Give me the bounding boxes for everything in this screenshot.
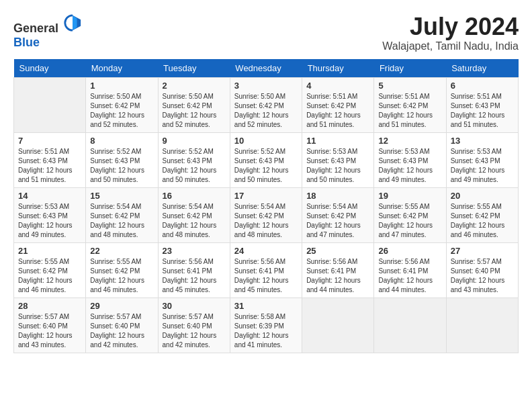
day-number: 18 (306, 191, 369, 201)
calendar-cell: 15Sunrise: 5:54 AM Sunset: 6:42 PM Dayli… (86, 187, 158, 242)
calendar-cell: 25Sunrise: 5:56 AM Sunset: 6:41 PM Dayli… (302, 242, 374, 298)
calendar-cell: 13Sunrise: 5:53 AM Sunset: 6:43 PM Dayli… (446, 132, 518, 187)
day-number: 17 (234, 191, 298, 201)
calendar-cell: 10Sunrise: 5:52 AM Sunset: 6:43 PM Dayli… (230, 132, 302, 187)
calendar-cell: 17Sunrise: 5:54 AM Sunset: 6:42 PM Dayli… (230, 187, 302, 242)
day-number: 12 (378, 136, 441, 146)
calendar-cell: 24Sunrise: 5:56 AM Sunset: 6:41 PM Dayli… (230, 242, 302, 298)
day-info: Sunrise: 5:57 AM Sunset: 6:40 PM Dayligh… (163, 312, 226, 350)
calendar-cell: 7Sunrise: 5:51 AM Sunset: 6:43 PM Daylig… (14, 132, 86, 187)
day-info: Sunrise: 5:52 AM Sunset: 6:43 PM Dayligh… (234, 147, 298, 185)
title-section: July 2024 Walajapet, Tamil Nadu, India (382, 13, 519, 52)
day-number: 13 (451, 136, 514, 146)
day-info: Sunrise: 5:54 AM Sunset: 6:42 PM Dayligh… (234, 202, 298, 240)
day-info: Sunrise: 5:54 AM Sunset: 6:42 PM Dayligh… (306, 202, 369, 240)
day-number: 26 (378, 246, 441, 256)
day-header-wednesday: Wednesday (230, 59, 302, 78)
day-number: 24 (234, 246, 298, 256)
day-number: 21 (18, 246, 81, 256)
day-info: Sunrise: 5:50 AM Sunset: 6:42 PM Dayligh… (90, 92, 153, 130)
calendar-cell: 21Sunrise: 5:55 AM Sunset: 6:42 PM Dayli… (14, 242, 86, 298)
day-number: 14 (18, 191, 81, 201)
day-number: 6 (451, 81, 514, 91)
day-info: Sunrise: 5:52 AM Sunset: 6:43 PM Dayligh… (163, 147, 226, 185)
day-number: 9 (163, 136, 226, 146)
days-header-row: SundayMondayTuesdayWednesdayThursdayFrid… (14, 59, 519, 78)
day-header-friday: Friday (374, 59, 446, 78)
day-number: 23 (163, 246, 226, 256)
day-info: Sunrise: 5:54 AM Sunset: 6:42 PM Dayligh… (90, 202, 153, 240)
day-info: Sunrise: 5:53 AM Sunset: 6:43 PM Dayligh… (18, 202, 81, 240)
calendar-cell: 1Sunrise: 5:50 AM Sunset: 6:42 PM Daylig… (86, 77, 158, 132)
calendar-cell (302, 298, 374, 353)
calendar-cell: 14Sunrise: 5:53 AM Sunset: 6:43 PM Dayli… (14, 187, 86, 242)
day-number: 28 (18, 301, 81, 311)
calendar-cell: 26Sunrise: 5:56 AM Sunset: 6:41 PM Dayli… (374, 242, 446, 298)
day-number: 1 (90, 81, 153, 91)
calendar-week-2: 7Sunrise: 5:51 AM Sunset: 6:43 PM Daylig… (14, 132, 519, 187)
calendar-cell: 18Sunrise: 5:54 AM Sunset: 6:42 PM Dayli… (302, 187, 374, 242)
day-info: Sunrise: 5:55 AM Sunset: 6:42 PM Dayligh… (18, 257, 81, 295)
calendar-cell: 31Sunrise: 5:58 AM Sunset: 6:39 PM Dayli… (230, 298, 302, 353)
day-header-monday: Monday (86, 59, 158, 78)
day-number: 30 (163, 301, 226, 311)
day-info: Sunrise: 5:57 AM Sunset: 6:40 PM Dayligh… (90, 312, 153, 350)
calendar-header: SundayMondayTuesdayWednesdayThursdayFrid… (14, 59, 519, 78)
day-info: Sunrise: 5:55 AM Sunset: 6:42 PM Dayligh… (378, 202, 441, 240)
day-info: Sunrise: 5:55 AM Sunset: 6:42 PM Dayligh… (451, 202, 514, 240)
calendar-cell (446, 298, 518, 353)
logo: General Blue (13, 13, 82, 50)
day-number: 11 (306, 136, 369, 146)
day-number: 20 (451, 191, 514, 201)
calendar-cell: 29Sunrise: 5:57 AM Sunset: 6:40 PM Dayli… (86, 298, 158, 353)
day-info: Sunrise: 5:55 AM Sunset: 6:42 PM Dayligh… (90, 257, 153, 295)
calendar-cell: 23Sunrise: 5:56 AM Sunset: 6:41 PM Dayli… (158, 242, 230, 298)
calendar-cell: 9Sunrise: 5:52 AM Sunset: 6:43 PM Daylig… (158, 132, 230, 187)
calendar-cell: 30Sunrise: 5:57 AM Sunset: 6:40 PM Dayli… (158, 298, 230, 353)
day-info: Sunrise: 5:50 AM Sunset: 6:42 PM Dayligh… (163, 92, 226, 130)
day-info: Sunrise: 5:56 AM Sunset: 6:41 PM Dayligh… (234, 257, 298, 295)
day-number: 25 (306, 246, 369, 256)
day-number: 7 (18, 136, 81, 146)
page-header: General Blue July 2024 Walajapet, Tamil … (13, 13, 519, 52)
day-header-thursday: Thursday (302, 59, 374, 78)
day-info: Sunrise: 5:51 AM Sunset: 6:42 PM Dayligh… (378, 92, 441, 130)
day-info: Sunrise: 5:56 AM Sunset: 6:41 PM Dayligh… (163, 257, 226, 295)
day-header-tuesday: Tuesday (158, 59, 230, 78)
calendar-cell: 3Sunrise: 5:50 AM Sunset: 6:42 PM Daylig… (230, 77, 302, 132)
day-info: Sunrise: 5:53 AM Sunset: 6:43 PM Dayligh… (306, 147, 369, 185)
calendar-cell: 27Sunrise: 5:57 AM Sunset: 6:40 PM Dayli… (446, 242, 518, 298)
day-number: 19 (378, 191, 441, 201)
day-info: Sunrise: 5:53 AM Sunset: 6:43 PM Dayligh… (451, 147, 514, 185)
calendar-cell: 6Sunrise: 5:51 AM Sunset: 6:43 PM Daylig… (446, 77, 518, 132)
calendar-cell: 8Sunrise: 5:52 AM Sunset: 6:43 PM Daylig… (86, 132, 158, 187)
logo-text: General Blue (13, 13, 82, 50)
day-info: Sunrise: 5:50 AM Sunset: 6:42 PM Dayligh… (234, 92, 298, 130)
day-info: Sunrise: 5:51 AM Sunset: 6:43 PM Dayligh… (451, 92, 514, 130)
day-info: Sunrise: 5:57 AM Sunset: 6:40 PM Dayligh… (18, 312, 81, 350)
day-number: 22 (90, 246, 153, 256)
calendar-week-4: 21Sunrise: 5:55 AM Sunset: 6:42 PM Dayli… (14, 242, 519, 298)
calendar-cell: 5Sunrise: 5:51 AM Sunset: 6:42 PM Daylig… (374, 77, 446, 132)
day-number: 29 (90, 301, 153, 311)
day-info: Sunrise: 5:56 AM Sunset: 6:41 PM Dayligh… (378, 257, 441, 295)
day-number: 27 (451, 246, 514, 256)
day-number: 10 (234, 136, 298, 146)
day-number: 2 (163, 81, 226, 91)
day-number: 8 (90, 136, 153, 146)
day-number: 5 (378, 81, 441, 91)
calendar-cell (374, 298, 446, 353)
day-info: Sunrise: 5:54 AM Sunset: 6:42 PM Dayligh… (163, 202, 226, 240)
calendar-cell: 20Sunrise: 5:55 AM Sunset: 6:42 PM Dayli… (446, 187, 518, 242)
calendar-week-3: 14Sunrise: 5:53 AM Sunset: 6:43 PM Dayli… (14, 187, 519, 242)
calendar-cell: 12Sunrise: 5:53 AM Sunset: 6:43 PM Dayli… (374, 132, 446, 187)
calendar-cell: 2Sunrise: 5:50 AM Sunset: 6:42 PM Daylig… (158, 77, 230, 132)
logo-icon (63, 13, 82, 32)
calendar-cell: 4Sunrise: 5:51 AM Sunset: 6:42 PM Daylig… (302, 77, 374, 132)
calendar-table: SundayMondayTuesdayWednesdayThursdayFrid… (13, 59, 519, 353)
day-info: Sunrise: 5:52 AM Sunset: 6:43 PM Dayligh… (90, 147, 153, 185)
day-header-saturday: Saturday (446, 59, 518, 78)
day-number: 15 (90, 191, 153, 201)
day-info: Sunrise: 5:57 AM Sunset: 6:40 PM Dayligh… (451, 257, 514, 295)
day-number: 3 (234, 81, 298, 91)
